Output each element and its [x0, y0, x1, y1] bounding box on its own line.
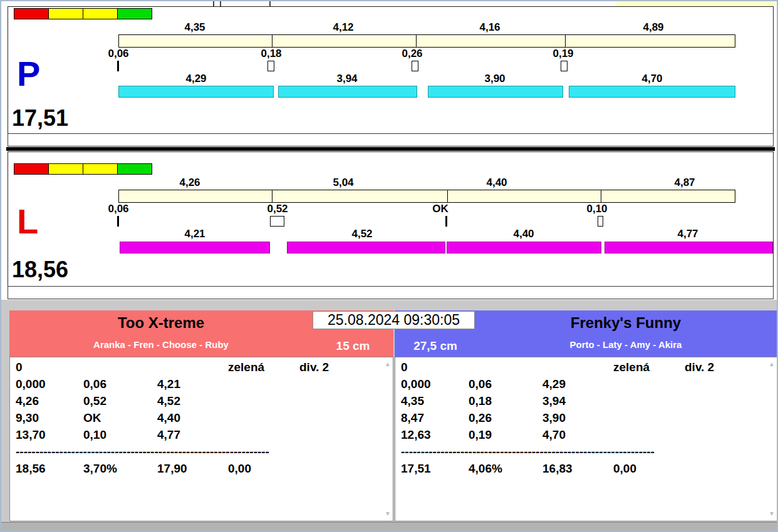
- fault-time: 0,06: [81, 203, 156, 215]
- run-panel-l: 4,26 5,04 4,40 4,87 0,06 0,52 OK 0,10 4,…: [8, 151, 774, 287]
- split-bar: [278, 86, 417, 98]
- split-time-top: 4,35: [157, 21, 232, 34]
- datetime-display: 25.08.2024 09:30:05: [313, 311, 475, 329]
- track-divider: [565, 35, 566, 47]
- log-cell: 0,00: [228, 462, 299, 479]
- light-segment-red: [14, 163, 49, 175]
- fault-time: 0,19: [526, 48, 601, 60]
- fault-time: 0,26: [375, 48, 450, 60]
- light-segment-yellow: [48, 8, 83, 19]
- split-bar: [569, 86, 735, 98]
- split-time-top: 4,87: [647, 176, 722, 189]
- log-cell: 0,06: [469, 377, 542, 394]
- log-cell: 4,26: [16, 394, 83, 411]
- track-divider: [272, 190, 272, 202]
- scroll-up-icon[interactable]: ▲: [385, 361, 391, 367]
- log-cell: 4,06%: [469, 462, 542, 479]
- log-cell: 13,70: [16, 428, 83, 445]
- background-window-strip: [1, 1, 777, 6]
- log-row-totals: 17,51 4,06% 16,83 0,00: [401, 462, 765, 479]
- log-cell: 0,000: [401, 377, 469, 394]
- fault-marker: [445, 216, 447, 227]
- light-segment-yellow: [83, 163, 118, 175]
- log-cell-empty: [157, 361, 228, 377]
- log-cell: 0,18: [469, 394, 542, 411]
- split-bar: [604, 242, 773, 253]
- team-name-left: Too X-treme: [9, 314, 313, 332]
- split-track: [118, 34, 735, 48]
- scroll-up-icon[interactable]: ▲: [769, 361, 775, 367]
- split-bar: [118, 86, 274, 98]
- log-cell-empty: [469, 361, 542, 377]
- log-cell: 0: [401, 361, 469, 377]
- status-strip-p: [8, 133, 774, 146]
- log-cell: OK: [83, 411, 157, 428]
- log-cell: 12,63: [401, 428, 469, 445]
- scroll-down-icon[interactable]: ▼: [769, 511, 775, 517]
- split-bar: [120, 242, 270, 253]
- run-total-l: 18,56: [12, 258, 68, 281]
- background-window-fragment: [269, 1, 271, 6]
- track-divider: [416, 35, 417, 47]
- log-cell: 0,10: [83, 428, 157, 445]
- log-cell: 4,52: [157, 394, 228, 411]
- log-cell: 4,29: [542, 377, 613, 394]
- log-cell: 0,00: [613, 462, 685, 479]
- log-cell: 16,83: [542, 462, 613, 479]
- log-cell: 3,70%: [83, 462, 157, 479]
- log-cell: div. 2: [685, 361, 765, 377]
- log-cell-empty: [83, 361, 157, 377]
- fault-marker: [117, 216, 119, 227]
- split-time-bottom: 4,21: [157, 228, 232, 240]
- split-bar: [287, 242, 445, 253]
- log-cell: 0,26: [469, 411, 542, 428]
- log-cell: 4,35: [401, 394, 469, 411]
- team-name-right: Frenky's Funny: [474, 314, 777, 332]
- log-cell: 4,21: [157, 377, 228, 394]
- split-time-top: 4,26: [152, 176, 227, 189]
- team-members-left: Aranka - Fren - Choose - Ruby: [9, 339, 313, 350]
- log-cell: 0,06: [83, 377, 157, 394]
- log-row: 0,000 0,06 4,29: [401, 377, 765, 394]
- split-bar: [447, 242, 601, 253]
- split-time-bottom: 4,40: [486, 228, 561, 240]
- log-row: 13,70 0,10 4,77: [16, 428, 381, 445]
- fault-time: 0,18: [234, 48, 309, 60]
- log-row: 0 zelená div. 2: [16, 361, 381, 377]
- run-letter-p: P: [17, 58, 40, 90]
- log-cell: zelená: [228, 361, 299, 377]
- log-row: 0 zelená div. 2: [401, 361, 765, 377]
- log-cell: 17,90: [157, 462, 228, 479]
- log-cell-empty: [542, 361, 613, 377]
- separator-dashes: ----------------------------------------…: [401, 445, 765, 462]
- log-cell: 4,70: [542, 428, 613, 445]
- log-row: 9,30 OK 4,40: [16, 411, 381, 428]
- light-segment-red: [14, 8, 49, 19]
- scroll-down-icon[interactable]: ▼: [385, 511, 391, 517]
- log-row-totals: 18,56 3,70% 17,90 0,00: [16, 462, 381, 479]
- log-cell: 0,000: [16, 377, 83, 394]
- split-time-top: 5,04: [306, 176, 381, 189]
- fault-marker: [270, 216, 284, 227]
- log-cell: 3,90: [542, 411, 613, 428]
- split-time-top: 4,89: [616, 21, 691, 34]
- track-divider: [272, 35, 272, 47]
- jump-height-left: 15 cm: [313, 339, 393, 354]
- split-time-top: 4,40: [459, 176, 534, 189]
- track-divider: [601, 190, 601, 202]
- result-log-left[interactable]: 0 zelená div. 2 0,000 0,06 4,21 4,26 0,5…: [9, 357, 393, 521]
- timer-app-window: 4,35 4,12 4,16 4,89 0,06 0,18 0,26 0,19 …: [0, 0, 778, 532]
- result-log-right[interactable]: 0 zelená div. 2 0,000 0,06 4,29 4,35 0,1…: [395, 357, 777, 521]
- jump-height-right: 27,5 cm: [396, 339, 475, 354]
- start-lights: [14, 8, 152, 19]
- start-lights: [14, 163, 152, 175]
- split-time-top: 4,12: [306, 21, 381, 34]
- log-cell: 0,52: [83, 394, 157, 411]
- light-segment-yellow: [83, 8, 118, 19]
- fault-time: 0,10: [559, 203, 635, 215]
- fault-marker: [561, 61, 568, 71]
- log-row: 12,63 0,19 4,70: [401, 428, 765, 445]
- log-row: 4,26 0,52 4,52: [16, 394, 381, 411]
- run-letter-l: L: [17, 206, 38, 237]
- light-segment-green: [117, 163, 152, 175]
